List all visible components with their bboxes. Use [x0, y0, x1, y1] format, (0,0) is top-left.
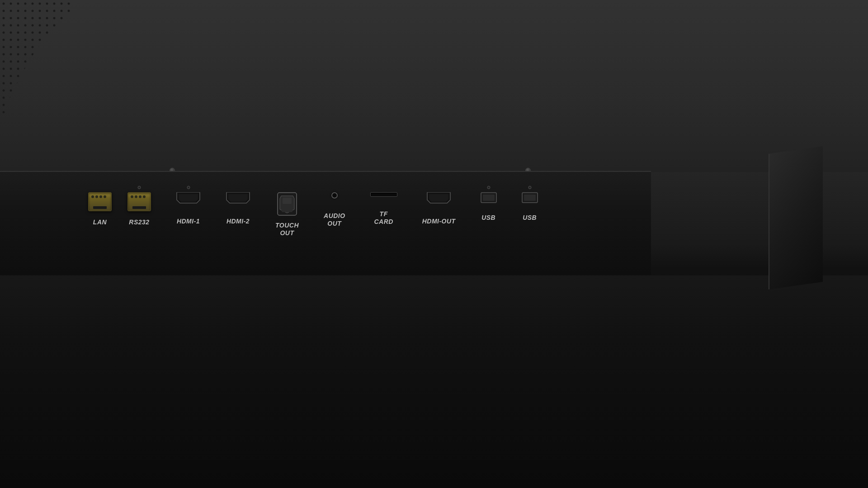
usb1-label: USB — [481, 214, 495, 222]
audio-out-label: AUDIOOUT — [324, 212, 345, 227]
rs232-light-4 — [143, 195, 146, 198]
port-rs232: RS232 — [127, 192, 151, 226]
port-usb1: USB — [481, 192, 497, 222]
port-light-2 — [95, 195, 98, 198]
svg-rect-2 — [0, 0, 79, 127]
touch-out-connector — [277, 192, 297, 216]
tf-card-connector — [370, 192, 397, 197]
device-edge-right — [769, 146, 823, 289]
usb2-connector — [522, 192, 538, 203]
hdmi1-connector — [176, 192, 201, 205]
rs232-light-1 — [131, 195, 133, 198]
port-usb2: USB — [522, 192, 538, 222]
port-hdmi2: HDMI-2 — [226, 192, 250, 225]
rs232-label: RS232 — [129, 218, 149, 226]
lan-port-physical — [88, 192, 112, 211]
ports-section: LAN RS232 — [88, 192, 538, 237]
speaker-grille — [0, 0, 79, 127]
hdmi2-connector — [226, 192, 250, 205]
rs232-light-3 — [139, 195, 142, 198]
svg-rect-5 — [282, 206, 292, 212]
rs232-port-physical — [127, 192, 151, 211]
port-hdmi-out: HDMI-OUT — [422, 192, 456, 225]
audio-jack-physical — [331, 192, 338, 199]
port-audio-out: AUDIOOUT — [324, 192, 345, 227]
lan-label: LAN — [93, 218, 107, 226]
usb1-connector — [481, 192, 497, 203]
port-touch-out: TOUCHOUT — [275, 192, 299, 237]
svg-rect-7 — [483, 194, 495, 201]
hdmi2-label: HDMI-2 — [226, 218, 250, 225]
svg-rect-4 — [283, 198, 292, 204]
tf-card-label: TFCARD — [374, 210, 393, 226]
lan-connector — [88, 192, 112, 211]
bottom-background — [0, 275, 868, 488]
touch-out-label: TOUCHOUT — [275, 222, 299, 237]
audio-out-connector — [331, 192, 338, 199]
tf-card-slot-physical — [370, 192, 397, 197]
port-tf-card: TFCARD — [370, 192, 397, 226]
port-light-3 — [99, 195, 102, 198]
rs232-connector — [127, 192, 151, 211]
device-back-panel: LAN RS232 — [0, 0, 868, 488]
port-lan: LAN — [88, 192, 112, 226]
svg-rect-9 — [524, 194, 536, 201]
top-background — [0, 0, 868, 172]
usb2-label: USB — [523, 214, 537, 222]
hdmi-out-label: HDMI-OUT — [422, 218, 456, 225]
hdmi1-label: HDMI-1 — [177, 218, 200, 225]
port-light-1 — [91, 195, 94, 198]
hdmi-out-connector — [426, 192, 451, 205]
port-light-4 — [104, 195, 106, 198]
rs232-light-2 — [135, 195, 137, 198]
port-hdmi1: HDMI-1 — [176, 192, 201, 225]
